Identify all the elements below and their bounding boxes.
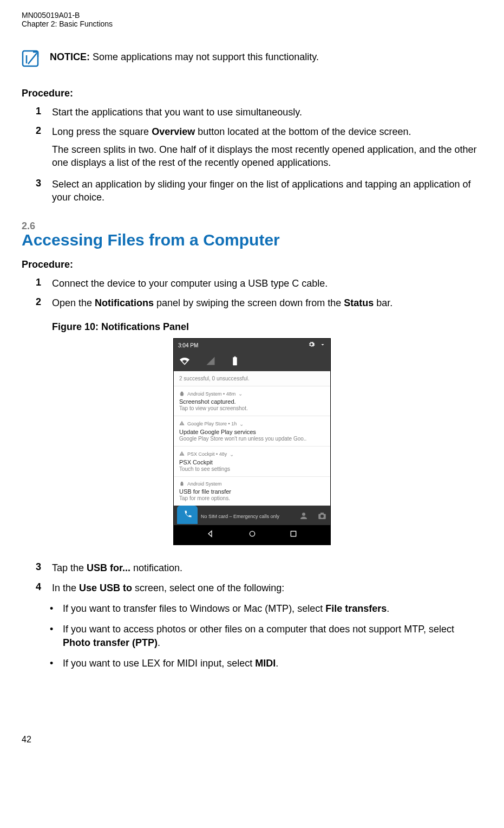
android-icon (179, 481, 185, 487)
step-number: 2 (36, 125, 44, 169)
text: . (387, 603, 389, 614)
step-number: 3 (36, 178, 44, 204)
svg-rect-9 (291, 532, 296, 536)
chevron-down-icon: ⌄ (239, 421, 244, 427)
svg-rect-2 (233, 358, 237, 366)
bullet-list: • If you want to transfer files to Windo… (36, 602, 482, 670)
step-number: 2 (36, 296, 44, 309)
section-title: Accessing Files from a Computer (22, 231, 482, 249)
notif-subtitle: Tap for more options. (179, 495, 325, 501)
cellular-icon (205, 356, 216, 366)
bullet-dot: • (50, 602, 54, 615)
notif-app-label: Android System (187, 481, 222, 487)
chevron-down-icon: ⌄ (230, 451, 234, 457)
step-text: Open the Notifications panel by swiping … (52, 296, 482, 309)
step-number: 1 (36, 106, 44, 119)
notice-icon (22, 50, 39, 67)
notif-subtitle: Touch to see settings (179, 466, 325, 472)
nav-back-icon (206, 529, 215, 540)
doc-id: MN005019A01-B (22, 11, 482, 20)
text: bar. (374, 297, 392, 308)
step-text: Select an application by sliding your fi… (52, 178, 482, 204)
figure-phone-screenshot: 3:04 PM 2 successful, 0 unsuccessful. (173, 338, 331, 545)
bold-status: Status (344, 297, 374, 308)
android-icon (179, 391, 185, 397)
svg-point-6 (320, 515, 324, 518)
bullet-text: If you want to transfer files to Windows… (63, 602, 389, 615)
step-number: 1 (36, 277, 44, 290)
phone-favorites-row: No SIM card – Emergency calls only (174, 506, 330, 525)
bullet-item: • If you want to use LEX for MIDI input,… (50, 657, 482, 670)
text: Long press the square (52, 126, 152, 137)
figure-caption: Figure 10: Notifications Panel (52, 321, 482, 333)
notif-title: Update Google Play services (179, 429, 325, 435)
contacts-icon (299, 511, 309, 522)
section-number: 2.6 (22, 221, 482, 232)
text: Open the (52, 297, 95, 308)
bullet-item: • If you want to transfer files to Windo… (50, 602, 482, 615)
notice-block: NOTICE: Some applications may not suppor… (22, 51, 482, 67)
svg-rect-3 (234, 357, 236, 358)
svg-rect-7 (320, 513, 324, 514)
page-number: 42 (22, 735, 482, 745)
step-text: Start the applications that you want to … (52, 106, 482, 119)
bold-midi: MIDI (255, 658, 276, 669)
step-text: Tap the USB for... notification. (52, 561, 482, 574)
battery-icon (231, 356, 239, 366)
procedure-label: Procedure: (22, 259, 482, 270)
phone-notification: Android System • 48m ⌄ Screenshot captur… (174, 386, 330, 416)
phone-nav-bar (174, 525, 330, 545)
svg-point-4 (302, 513, 305, 516)
notif-title: Screenshot captured. (179, 398, 325, 405)
text: button located at the bottom of the devi… (195, 126, 411, 137)
procedure-list: 1 Connect the device to your computer us… (22, 277, 482, 310)
step-text: In the Use USB to screen, select one of … (52, 581, 482, 594)
procedure-label: Procedure: (22, 88, 482, 99)
text: If you want to access photos or other fi… (63, 624, 454, 635)
notif-subtitle: Tap to view your screenshot. (179, 405, 325, 411)
notif-app-label: PSX Cockpit • 48y (187, 451, 227, 457)
svg-point-8 (250, 532, 254, 536)
warning-icon (179, 451, 185, 457)
text: screen, select one of the following: (132, 583, 284, 593)
bullet-text: If you want to use LEX for MIDI input, s… (63, 657, 278, 670)
step-2: 2 Open the Notifications panel by swipin… (36, 296, 482, 309)
chapter-title: Chapter 2: Basic Functions (22, 20, 482, 28)
step-4: 4 In the Use USB to screen, select one o… (36, 581, 482, 594)
svg-rect-0 (23, 51, 38, 66)
bullet-dot: • (50, 657, 54, 670)
bullet-dot: • (50, 623, 54, 649)
step-1: 1 Connect the device to your computer us… (36, 277, 482, 290)
text: . (276, 658, 278, 669)
phone-notification: Android System USB for file transfer Tap… (174, 477, 330, 506)
phone-sim-status: No SIM card – Emergency calls only (201, 514, 279, 519)
step-3: 3 Tap the USB for... notification. (36, 561, 482, 574)
bold-file-transfers: File transfers (325, 603, 387, 614)
bold-use-usb-to: Use USB to (79, 583, 132, 593)
phone-clock: 3:04 PM (178, 342, 198, 348)
chevron-down-icon: ⌄ (238, 391, 243, 397)
bold-overview: Overview (152, 126, 195, 137)
warning-icon (179, 421, 185, 427)
nav-home-icon (248, 529, 257, 540)
notif-title: PSX Cockpit (179, 459, 325, 465)
bold-usb-for: USB for... (87, 562, 130, 573)
phone-notif-summary: 2 successful, 0 unsuccessful. (174, 371, 330, 386)
bold-photo-transfer: Photo transfer (PTP) (63, 637, 158, 648)
phone-quick-settings (174, 352, 330, 371)
text: If you want to transfer files to Windows… (63, 603, 325, 614)
phone-notification: PSX Cockpit • 48y ⌄ PSX Cockpit Touch to… (174, 447, 330, 477)
notif-app-label: Google Play Store • 1h (187, 421, 237, 426)
phone-status-bar: 3:04 PM (174, 339, 330, 352)
bullet-text: If you want to access photos or other fi… (63, 623, 482, 649)
step-number: 3 (36, 561, 44, 574)
nav-overview-icon (289, 529, 298, 540)
text: If you want to use LEX for MIDI input, s… (63, 658, 255, 669)
notice-text: NOTICE: Some applications may not suppor… (50, 51, 319, 63)
gear-icon (308, 341, 315, 350)
text: panel by swiping the screen down from th… (154, 297, 344, 308)
text: In the (52, 583, 79, 593)
step-number: 4 (36, 581, 44, 594)
step-2: 2 Long press the square Overview button … (36, 125, 482, 169)
step-text: Long press the square Overview button lo… (52, 125, 482, 169)
